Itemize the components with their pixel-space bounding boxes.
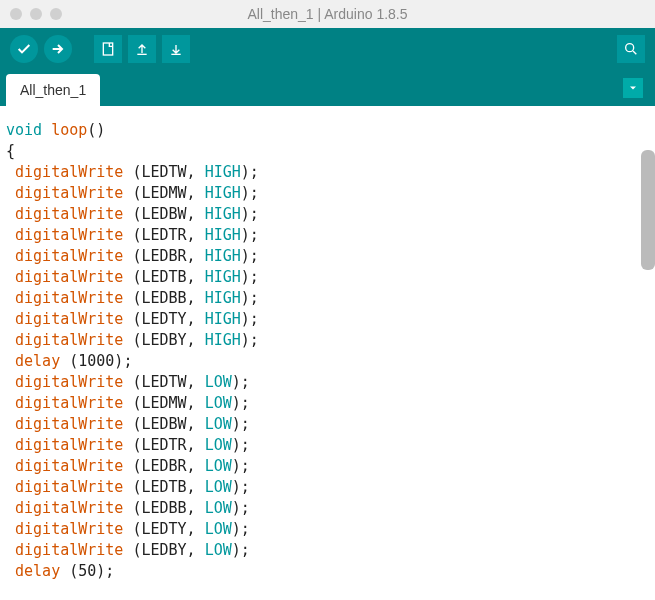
close-window-button[interactable] xyxy=(10,8,22,20)
code-line: digitalWrite (LEDBW, HIGH); xyxy=(6,204,649,225)
code-line: digitalWrite (LEDTW, HIGH); xyxy=(6,162,649,183)
tab-label: All_then_1 xyxy=(20,82,86,98)
zoom-window-button[interactable] xyxy=(50,8,62,20)
code-line: digitalWrite (LEDTY, LOW); xyxy=(6,519,649,540)
code-line: digitalWrite (LEDTY, HIGH); xyxy=(6,309,649,330)
code-line: digitalWrite (LEDTB, HIGH); xyxy=(6,267,649,288)
toolbar xyxy=(0,28,655,70)
serial-monitor-button[interactable] xyxy=(617,35,645,63)
code-line: digitalWrite (LEDBW, LOW); xyxy=(6,414,649,435)
window-titlebar: All_then_1 | Arduino 1.8.5 xyxy=(0,0,655,28)
minimize-window-button[interactable] xyxy=(30,8,42,20)
code-line: digitalWrite (LEDMW, LOW); xyxy=(6,393,649,414)
svg-point-1 xyxy=(626,44,634,52)
window-title: All_then_1 | Arduino 1.8.5 xyxy=(247,6,407,22)
vertical-scrollbar[interactable] xyxy=(641,150,655,270)
code-line: digitalWrite (LEDMW, HIGH); xyxy=(6,183,649,204)
code-editor[interactable]: void loop(){ digitalWrite (LEDTW, HIGH);… xyxy=(0,106,655,600)
code-line: delay (1000); xyxy=(6,351,649,372)
code-line: delay (50); xyxy=(6,561,649,582)
verify-button[interactable] xyxy=(10,35,38,63)
open-file-button[interactable] xyxy=(128,35,156,63)
tab-bar: All_then_1 xyxy=(0,70,655,106)
svg-rect-0 xyxy=(103,43,112,55)
tab-menu-button[interactable] xyxy=(623,78,643,98)
code-line: digitalWrite (LEDBR, HIGH); xyxy=(6,246,649,267)
new-file-button[interactable] xyxy=(94,35,122,63)
code-line: void loop() xyxy=(6,120,649,141)
save-button[interactable] xyxy=(162,35,190,63)
code-line: digitalWrite (LEDBR, LOW); xyxy=(6,456,649,477)
code-line: digitalWrite (LEDTW, LOW); xyxy=(6,372,649,393)
code-line: digitalWrite (LEDBY, HIGH); xyxy=(6,330,649,351)
traffic-lights xyxy=(10,8,62,20)
code-line: digitalWrite (LEDBB, LOW); xyxy=(6,498,649,519)
code-line: digitalWrite (LEDBB, HIGH); xyxy=(6,288,649,309)
code-line: { xyxy=(6,141,649,162)
code-line: digitalWrite (LEDTB, LOW); xyxy=(6,477,649,498)
code-line: digitalWrite (LEDBY, LOW); xyxy=(6,540,649,561)
code-line: digitalWrite (LEDTR, LOW); xyxy=(6,435,649,456)
upload-button[interactable] xyxy=(44,35,72,63)
code-line: digitalWrite (LEDTR, HIGH); xyxy=(6,225,649,246)
tab-sketch[interactable]: All_then_1 xyxy=(6,74,100,106)
